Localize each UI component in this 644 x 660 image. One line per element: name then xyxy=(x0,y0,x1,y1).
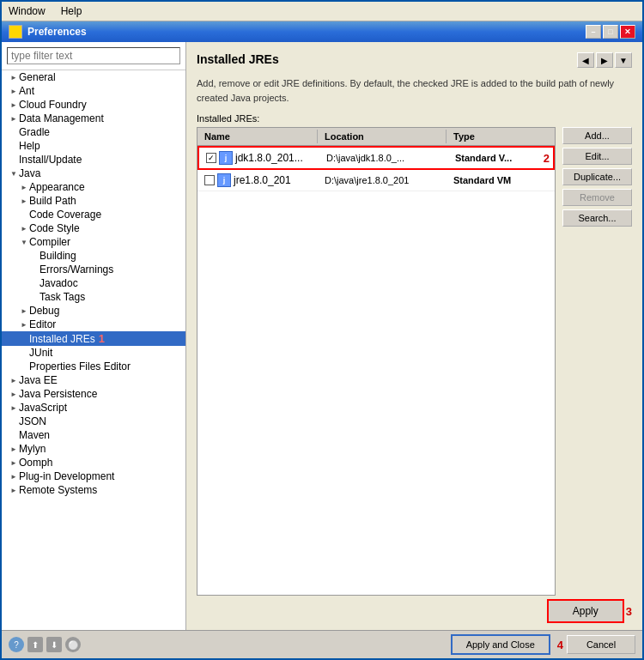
edit-button[interactable]: Edit... xyxy=(562,148,632,165)
tree-item-ant[interactable]: ► Ant xyxy=(2,84,185,98)
tree-item-json[interactable]: ► JSON xyxy=(2,415,185,428)
tree-item-javadoc[interactable]: ► Javadoc xyxy=(2,276,185,290)
tree-label: Oomph xyxy=(19,457,52,469)
forward-button[interactable]: ▶ xyxy=(596,52,613,68)
panel-title: Installed JREs xyxy=(197,52,279,66)
col-type: Type xyxy=(447,130,555,143)
filter-box xyxy=(2,42,185,70)
tree-label: Debug xyxy=(29,305,59,317)
tree-label: Errors/Warnings xyxy=(39,263,113,276)
tree-item-building[interactable]: ► Building xyxy=(2,249,185,263)
tree-item-installed-jres[interactable]: ► Installed JREs 1 xyxy=(2,331,185,346)
dropdown-button[interactable]: ▼ xyxy=(615,52,632,68)
tree-item-java[interactable]: ▼ Java xyxy=(2,167,185,180)
badge-3: 3 xyxy=(626,605,632,618)
menu-help[interactable]: Help xyxy=(58,3,86,19)
expand-icon: ► xyxy=(19,319,29,330)
tree-item-oomph[interactable]: ► Oomph xyxy=(2,456,185,469)
tree-item-java-ee[interactable]: ► Java EE xyxy=(2,373,185,387)
preferences-window: Window Help Preferences – □ ✕ ► General xyxy=(0,0,644,660)
badge-1: 1 xyxy=(99,332,105,345)
tree-item-appearance[interactable]: ► Appearance xyxy=(2,180,185,194)
tree-item-code-style[interactable]: ► Code Style xyxy=(2,221,185,235)
jre-cell-name-1: jre1.8.0_201 xyxy=(197,172,318,189)
tree-item-junit[interactable]: ► JUnit xyxy=(2,346,185,360)
jre-name-1: jre1.8.0_201 xyxy=(234,174,291,186)
tree-item-cloud-foundry[interactable]: ► Cloud Foundry xyxy=(2,98,185,112)
maximize-button[interactable]: □ xyxy=(603,25,618,39)
tree-label: Remote Systems xyxy=(19,484,97,496)
tree-item-install-update[interactable]: ► Install/Update xyxy=(2,153,185,167)
jre-name-0: jdk1.8.0_201... xyxy=(235,152,303,164)
tree-item-help[interactable]: ► Help xyxy=(2,139,185,153)
tree-label: Task Tags xyxy=(39,291,85,303)
tree-label: Appearance xyxy=(29,181,85,193)
apply-and-close-button[interactable]: Apply and Close xyxy=(451,634,550,655)
badge-2: 2 xyxy=(544,152,550,165)
tree-item-javascript[interactable]: ► JavaScript xyxy=(2,401,185,415)
expand-icon: ► xyxy=(9,86,19,96)
tree-item-properties-files-editor[interactable]: ► Properties Files Editor xyxy=(2,360,185,373)
jre-row-0[interactable]: ✓ jdk1.8.0_201... D:\java\jdk1.8.0_... S… xyxy=(197,146,555,170)
side-buttons: Add... Edit... Duplicate... Remove Searc… xyxy=(556,127,632,596)
add-button[interactable]: Add... xyxy=(562,127,632,144)
tree-item-build-path[interactable]: ► Build Path xyxy=(2,194,185,208)
tree-label: JavaScript xyxy=(19,402,67,414)
panel-description: Add, remove or edit JRE definitions. By … xyxy=(197,76,632,105)
content-area: Name Location Type ✓ jdk1.8.0_201... D:\… xyxy=(197,127,632,596)
filter-input[interactable] xyxy=(7,47,180,64)
settings-icon[interactable]: ⚪ xyxy=(65,637,81,652)
tree-item-java-persistence[interactable]: ► Java Persistence xyxy=(2,387,185,401)
tree-item-gradle[interactable]: ► Gradle xyxy=(2,125,185,139)
tree-label: Install/Update xyxy=(19,154,82,166)
tree-item-maven[interactable]: ► Maven xyxy=(2,428,185,442)
menu-window[interactable]: Window xyxy=(5,3,49,19)
jre-icon-0 xyxy=(219,151,233,165)
tree-item-code-coverage[interactable]: ► Code Coverage xyxy=(2,208,185,221)
badge-4: 4 xyxy=(557,639,563,651)
duplicate-button[interactable]: Duplicate... xyxy=(562,168,632,185)
back-button[interactable]: ◀ xyxy=(577,52,594,68)
import-icon[interactable]: ⬆ xyxy=(27,637,43,652)
search-button[interactable]: Search... xyxy=(562,209,632,227)
help-icon[interactable]: ? xyxy=(9,637,24,652)
tree-item-mylyn[interactable]: ► Mylyn xyxy=(2,442,185,456)
remove-button[interactable]: Remove xyxy=(562,189,632,206)
tree-item-data-management[interactable]: ► Data Management xyxy=(2,112,185,125)
tree-item-plugin-development[interactable]: ► Plug-in Development xyxy=(2,469,185,483)
jre-checkbox-0[interactable]: ✓ xyxy=(206,153,216,163)
minimize-button[interactable]: – xyxy=(586,25,601,39)
tree-item-general[interactable]: ► General xyxy=(2,70,185,84)
tree-item-compiler[interactable]: ▼ Compiler xyxy=(2,235,185,249)
tree-label: Java Persistence xyxy=(19,388,97,400)
expand-icon: ► xyxy=(19,196,29,206)
tree-item-debug[interactable]: ► Debug xyxy=(2,304,185,318)
expand-icon: ► xyxy=(9,100,19,110)
tree-area: ► General ► Ant ► Cloud Foundry ► Data M… xyxy=(2,70,185,630)
export-icon[interactable]: ⬇ xyxy=(46,637,62,652)
installed-label: Installed JREs: xyxy=(197,113,632,124)
col-location: Location xyxy=(318,130,447,143)
col-name: Name xyxy=(197,130,318,143)
tree-label: Code Style xyxy=(29,222,80,234)
menubar: Window Help xyxy=(2,2,642,21)
tree-label: Code Coverage xyxy=(29,209,101,221)
expand-icon: ▼ xyxy=(19,237,29,247)
tree-item-errors-warnings[interactable]: ► Errors/Warnings xyxy=(2,263,185,276)
tree-item-task-tags[interactable]: ► Task Tags xyxy=(2,290,185,304)
tree-label: Editor xyxy=(29,318,56,330)
expand-icon: ► xyxy=(9,457,19,468)
jre-checkbox-1[interactable] xyxy=(204,175,215,185)
apply-button[interactable]: Apply xyxy=(547,599,624,623)
tree-item-remote-systems[interactable]: ► Remote Systems xyxy=(2,483,185,497)
tree-item-editor[interactable]: ► Editor xyxy=(2,318,185,331)
expand-icon: ▼ xyxy=(9,168,19,179)
expand-icon: ► xyxy=(9,389,19,399)
tree-label: JSON xyxy=(19,415,46,427)
cancel-button[interactable]: Cancel xyxy=(567,635,635,654)
jre-row-1[interactable]: jre1.8.0_201 D:\java\jre1.8.0_201 Standa… xyxy=(197,170,555,191)
jre-icon-1 xyxy=(217,173,231,187)
window-icon xyxy=(9,25,22,39)
tree-label: Properties Files Editor xyxy=(29,360,131,372)
close-button[interactable]: ✕ xyxy=(620,25,635,39)
